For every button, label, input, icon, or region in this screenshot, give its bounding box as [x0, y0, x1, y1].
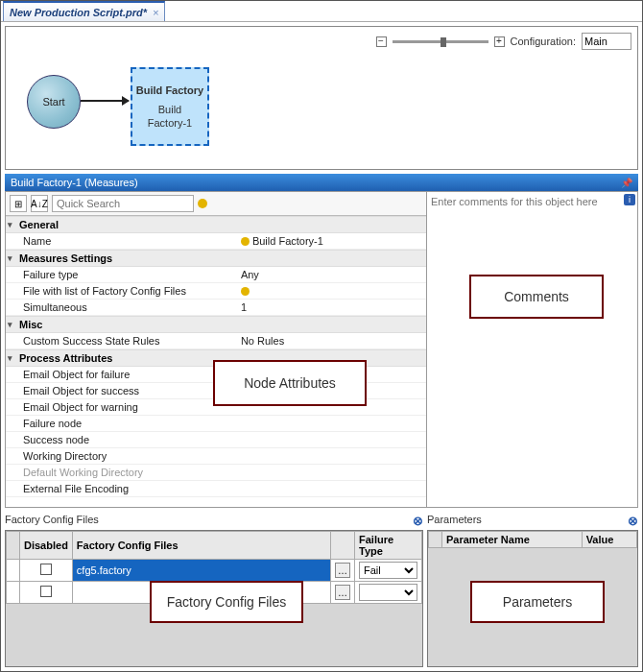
configuration-input[interactable]	[582, 33, 631, 50]
categorize-button[interactable]: ⊞	[10, 195, 27, 212]
prop-key: Email Object for success	[6, 383, 237, 398]
comments-textarea[interactable]	[431, 196, 633, 503]
propgrid-row[interactable]: External File Encoding	[6, 481, 426, 497]
browse-button[interactable]: …	[331, 560, 355, 582]
prop-key: Email Object for warning	[6, 399, 237, 415]
prop-value[interactable]	[237, 481, 426, 496]
value-dot-icon	[241, 287, 250, 296]
callout-parameters: Parameters	[470, 581, 605, 623]
propgrid-row[interactable]: NameBuild Factory-1	[6, 233, 426, 250]
prop-value[interactable]	[237, 465, 426, 480]
build-factory-node[interactable]: Build Factory Build Factory-1	[131, 67, 209, 146]
comments-panel: i Comments	[427, 191, 638, 508]
propgrid-row[interactable]: Custom Success State RulesNo Rules	[6, 333, 426, 349]
col-param-name[interactable]: Parameter Name	[442, 532, 583, 548]
failure-type-select[interactable]: Fail	[355, 560, 422, 582]
prop-key: Name	[6, 233, 237, 249]
search-input[interactable]	[52, 195, 194, 212]
propgrid-toolbar: ⊞ A↓Z	[6, 192, 426, 216]
file-cell[interactable]: cfg5.factory	[72, 560, 330, 582]
zoom-out-button[interactable]: −	[376, 36, 387, 47]
param-corner	[429, 532, 442, 548]
propgrid-category[interactable]: General	[6, 216, 426, 233]
prop-key: Success node	[6, 432, 237, 447]
zoom-in-button[interactable]: +	[494, 36, 505, 47]
col-files[interactable]: Factory Config Files	[72, 532, 330, 560]
prop-key: Default Working Directory	[6, 465, 237, 480]
value-dot-icon	[241, 237, 250, 246]
zoom-thumb[interactable]	[441, 37, 446, 47]
callout-comments: Comments	[469, 275, 604, 319]
measures-section-header: Build Factory-1 (Measures) 📌	[5, 174, 638, 191]
propgrid-category[interactable]: Measures Settings	[6, 250, 426, 267]
node-title: Build Factory	[132, 84, 207, 97]
node-subtitle: Build Factory-1	[132, 103, 207, 131]
prop-key: File with list of Factory Config Files	[6, 283, 237, 299]
propgrid-row[interactable]: File with list of Factory Config Files	[6, 283, 426, 300]
flow-canvas[interactable]: − + Configuration: Start Build Factory B…	[5, 26, 638, 170]
disabled-checkbox[interactable]	[20, 560, 73, 582]
parameters-close[interactable]: ⊗	[628, 514, 638, 528]
prop-key: Custom Success State Rules	[6, 333, 237, 348]
prop-value[interactable]	[237, 416, 426, 431]
start-node[interactable]: Start	[27, 75, 81, 129]
col-param-value[interactable]: Value	[582, 532, 636, 548]
prop-key: Simultaneous	[6, 300, 237, 315]
parameters-grid[interactable]: Parameter Name Value Parameters	[427, 530, 638, 667]
tab-title: New Production Script.prd*	[10, 7, 147, 18]
flow-arrow	[81, 100, 129, 102]
propgrid-row[interactable]: Success node	[6, 432, 426, 448]
factory-grid[interactable]: Disabled Factory Config Files Failure Ty…	[5, 530, 423, 667]
prop-value[interactable]: Build Factory-1	[237, 233, 426, 249]
factory-config-panel: Factory Config Files ⊗ Disabled Factory …	[5, 512, 423, 667]
factory-panel-title: Factory Config Files	[5, 514, 99, 528]
browse-button[interactable]: …	[331, 582, 355, 604]
row-handle[interactable]	[7, 582, 20, 604]
prop-key: Failure node	[6, 416, 237, 431]
tab-bar: New Production Script.prd* ×	[1, 1, 642, 22]
disabled-checkbox[interactable]	[20, 582, 73, 604]
factory-panel-close[interactable]: ⊗	[413, 514, 423, 528]
prop-value[interactable]	[237, 432, 426, 447]
prop-value[interactable]: Any	[237, 267, 426, 282]
property-grid: ⊞ A↓Z GeneralNameBuild Factory-1Measures…	[5, 191, 427, 508]
prop-key: Email Object for failure	[6, 367, 237, 382]
zoom-slider[interactable]	[393, 40, 488, 43]
prop-key: Failure type	[6, 267, 237, 282]
propgrid-row[interactable]: Default Working Directory	[6, 465, 426, 481]
propgrid-row[interactable]: Simultaneous1	[6, 300, 426, 316]
failure-type-select[interactable]	[355, 582, 422, 604]
parameters-title: Parameters	[427, 514, 482, 528]
sort-button[interactable]: A↓Z	[31, 195, 48, 212]
row-handle[interactable]	[7, 560, 20, 582]
prop-key: Working Directory	[6, 448, 237, 464]
propgrid-row[interactable]: Working Directory	[6, 448, 426, 465]
factory-corner	[7, 532, 20, 560]
col-ftype[interactable]: Failure Type	[355, 532, 422, 560]
zoom-config-bar: − + Configuration:	[376, 33, 632, 50]
parameters-panel: Parameters ⊗ Parameter Name Value Parame…	[427, 512, 638, 667]
prop-value[interactable]	[237, 448, 426, 464]
prop-value[interactable]: No Rules	[237, 333, 426, 348]
propgrid-category[interactable]: Misc	[6, 316, 426, 333]
propgrid-row[interactable]: Failure node	[6, 416, 426, 432]
configuration-label: Configuration:	[511, 36, 577, 47]
prop-value[interactable]: 1	[237, 300, 426, 315]
document-tab[interactable]: New Production Script.prd* ×	[3, 1, 165, 21]
close-icon[interactable]: ×	[153, 7, 158, 18]
prop-key: External File Encoding	[6, 481, 237, 496]
section-title: Build Factory-1 (Measures)	[11, 177, 138, 188]
propgrid-row[interactable]: Failure typeAny	[6, 267, 426, 283]
col-disabled[interactable]: Disabled	[20, 532, 73, 560]
info-dot-icon	[198, 199, 207, 208]
pin-icon[interactable]: 📌	[621, 178, 632, 188]
callout-factory: Factory Config Files	[150, 581, 303, 623]
col-browse	[331, 532, 355, 560]
callout-node-attributes: Node Attributes	[213, 360, 367, 406]
info-icon[interactable]: i	[624, 194, 635, 205]
prop-value[interactable]	[237, 283, 426, 299]
